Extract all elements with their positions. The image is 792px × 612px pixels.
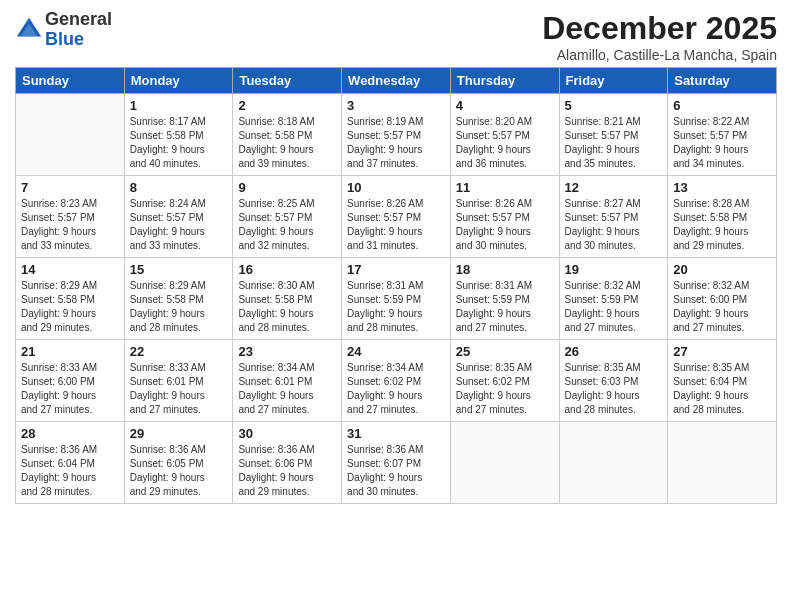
calendar-cell: 25Sunrise: 8:35 AM Sunset: 6:02 PM Dayli… — [450, 340, 559, 422]
day-info: Sunrise: 8:36 AM Sunset: 6:06 PM Dayligh… — [238, 443, 336, 499]
calendar-cell — [450, 422, 559, 504]
header-cell-monday: Monday — [124, 68, 233, 94]
header: General Blue December 2025 Alamillo, Cas… — [15, 10, 777, 63]
day-number: 16 — [238, 262, 336, 277]
day-info: Sunrise: 8:34 AM Sunset: 6:01 PM Dayligh… — [238, 361, 336, 417]
logo: General Blue — [15, 10, 112, 50]
logo-icon — [15, 16, 43, 44]
day-number: 22 — [130, 344, 228, 359]
calendar-cell: 19Sunrise: 8:32 AM Sunset: 5:59 PM Dayli… — [559, 258, 668, 340]
calendar-cell — [668, 422, 777, 504]
title-block: December 2025 Alamillo, Castille-La Manc… — [542, 10, 777, 63]
day-info: Sunrise: 8:32 AM Sunset: 6:00 PM Dayligh… — [673, 279, 771, 335]
day-number: 19 — [565, 262, 663, 277]
day-info: Sunrise: 8:25 AM Sunset: 5:57 PM Dayligh… — [238, 197, 336, 253]
calendar-cell: 21Sunrise: 8:33 AM Sunset: 6:00 PM Dayli… — [16, 340, 125, 422]
calendar-cell: 26Sunrise: 8:35 AM Sunset: 6:03 PM Dayli… — [559, 340, 668, 422]
day-number: 4 — [456, 98, 554, 113]
location-title: Alamillo, Castille-La Mancha, Spain — [542, 47, 777, 63]
day-number: 24 — [347, 344, 445, 359]
header-cell-saturday: Saturday — [668, 68, 777, 94]
day-number: 30 — [238, 426, 336, 441]
day-number: 31 — [347, 426, 445, 441]
calendar-table: SundayMondayTuesdayWednesdayThursdayFrid… — [15, 67, 777, 504]
calendar-cell: 5Sunrise: 8:21 AM Sunset: 5:57 PM Daylig… — [559, 94, 668, 176]
day-number: 28 — [21, 426, 119, 441]
month-title: December 2025 — [542, 10, 777, 47]
header-cell-thursday: Thursday — [450, 68, 559, 94]
day-number: 12 — [565, 180, 663, 195]
day-number: 18 — [456, 262, 554, 277]
day-number: 13 — [673, 180, 771, 195]
day-number: 3 — [347, 98, 445, 113]
calendar-cell: 9Sunrise: 8:25 AM Sunset: 5:57 PM Daylig… — [233, 176, 342, 258]
logo-blue: Blue — [45, 30, 112, 50]
week-row-4: 21Sunrise: 8:33 AM Sunset: 6:00 PM Dayli… — [16, 340, 777, 422]
day-number: 17 — [347, 262, 445, 277]
calendar-cell: 20Sunrise: 8:32 AM Sunset: 6:00 PM Dayli… — [668, 258, 777, 340]
day-number: 27 — [673, 344, 771, 359]
day-number: 2 — [238, 98, 336, 113]
day-info: Sunrise: 8:36 AM Sunset: 6:05 PM Dayligh… — [130, 443, 228, 499]
day-info: Sunrise: 8:29 AM Sunset: 5:58 PM Dayligh… — [130, 279, 228, 335]
header-cell-wednesday: Wednesday — [342, 68, 451, 94]
day-info: Sunrise: 8:36 AM Sunset: 6:07 PM Dayligh… — [347, 443, 445, 499]
calendar-cell: 31Sunrise: 8:36 AM Sunset: 6:07 PM Dayli… — [342, 422, 451, 504]
week-row-5: 28Sunrise: 8:36 AM Sunset: 6:04 PM Dayli… — [16, 422, 777, 504]
calendar-cell: 10Sunrise: 8:26 AM Sunset: 5:57 PM Dayli… — [342, 176, 451, 258]
calendar-cell: 27Sunrise: 8:35 AM Sunset: 6:04 PM Dayli… — [668, 340, 777, 422]
day-info: Sunrise: 8:33 AM Sunset: 6:01 PM Dayligh… — [130, 361, 228, 417]
day-number: 10 — [347, 180, 445, 195]
calendar-cell: 13Sunrise: 8:28 AM Sunset: 5:58 PM Dayli… — [668, 176, 777, 258]
day-info: Sunrise: 8:30 AM Sunset: 5:58 PM Dayligh… — [238, 279, 336, 335]
day-info: Sunrise: 8:35 AM Sunset: 6:02 PM Dayligh… — [456, 361, 554, 417]
day-info: Sunrise: 8:33 AM Sunset: 6:00 PM Dayligh… — [21, 361, 119, 417]
calendar-cell: 30Sunrise: 8:36 AM Sunset: 6:06 PM Dayli… — [233, 422, 342, 504]
calendar-cell: 28Sunrise: 8:36 AM Sunset: 6:04 PM Dayli… — [16, 422, 125, 504]
calendar-cell: 14Sunrise: 8:29 AM Sunset: 5:58 PM Dayli… — [16, 258, 125, 340]
day-number: 9 — [238, 180, 336, 195]
day-info: Sunrise: 8:36 AM Sunset: 6:04 PM Dayligh… — [21, 443, 119, 499]
day-info: Sunrise: 8:34 AM Sunset: 6:02 PM Dayligh… — [347, 361, 445, 417]
calendar-cell: 8Sunrise: 8:24 AM Sunset: 5:57 PM Daylig… — [124, 176, 233, 258]
day-number: 7 — [21, 180, 119, 195]
day-number: 11 — [456, 180, 554, 195]
day-info: Sunrise: 8:31 AM Sunset: 5:59 PM Dayligh… — [347, 279, 445, 335]
header-cell-sunday: Sunday — [16, 68, 125, 94]
calendar-cell: 6Sunrise: 8:22 AM Sunset: 5:57 PM Daylig… — [668, 94, 777, 176]
day-info: Sunrise: 8:27 AM Sunset: 5:57 PM Dayligh… — [565, 197, 663, 253]
day-number: 25 — [456, 344, 554, 359]
calendar-cell: 24Sunrise: 8:34 AM Sunset: 6:02 PM Dayli… — [342, 340, 451, 422]
calendar-cell: 15Sunrise: 8:29 AM Sunset: 5:58 PM Dayli… — [124, 258, 233, 340]
day-info: Sunrise: 8:19 AM Sunset: 5:57 PM Dayligh… — [347, 115, 445, 171]
calendar-cell: 7Sunrise: 8:23 AM Sunset: 5:57 PM Daylig… — [16, 176, 125, 258]
calendar-cell: 17Sunrise: 8:31 AM Sunset: 5:59 PM Dayli… — [342, 258, 451, 340]
page-container: General Blue December 2025 Alamillo, Cas… — [0, 0, 792, 612]
day-info: Sunrise: 8:21 AM Sunset: 5:57 PM Dayligh… — [565, 115, 663, 171]
calendar-cell: 22Sunrise: 8:33 AM Sunset: 6:01 PM Dayli… — [124, 340, 233, 422]
day-info: Sunrise: 8:17 AM Sunset: 5:58 PM Dayligh… — [130, 115, 228, 171]
logo-general: General — [45, 10, 112, 30]
day-number: 20 — [673, 262, 771, 277]
calendar-cell: 23Sunrise: 8:34 AM Sunset: 6:01 PM Dayli… — [233, 340, 342, 422]
day-number: 14 — [21, 262, 119, 277]
calendar-cell: 12Sunrise: 8:27 AM Sunset: 5:57 PM Dayli… — [559, 176, 668, 258]
day-info: Sunrise: 8:35 AM Sunset: 6:04 PM Dayligh… — [673, 361, 771, 417]
day-info: Sunrise: 8:24 AM Sunset: 5:57 PM Dayligh… — [130, 197, 228, 253]
day-info: Sunrise: 8:31 AM Sunset: 5:59 PM Dayligh… — [456, 279, 554, 335]
calendar-cell: 4Sunrise: 8:20 AM Sunset: 5:57 PM Daylig… — [450, 94, 559, 176]
day-number: 5 — [565, 98, 663, 113]
day-number: 26 — [565, 344, 663, 359]
header-cell-tuesday: Tuesday — [233, 68, 342, 94]
day-info: Sunrise: 8:26 AM Sunset: 5:57 PM Dayligh… — [456, 197, 554, 253]
week-row-2: 7Sunrise: 8:23 AM Sunset: 5:57 PM Daylig… — [16, 176, 777, 258]
week-row-3: 14Sunrise: 8:29 AM Sunset: 5:58 PM Dayli… — [16, 258, 777, 340]
day-info: Sunrise: 8:23 AM Sunset: 5:57 PM Dayligh… — [21, 197, 119, 253]
day-info: Sunrise: 8:20 AM Sunset: 5:57 PM Dayligh… — [456, 115, 554, 171]
header-row: SundayMondayTuesdayWednesdayThursdayFrid… — [16, 68, 777, 94]
day-info: Sunrise: 8:28 AM Sunset: 5:58 PM Dayligh… — [673, 197, 771, 253]
calendar-cell — [559, 422, 668, 504]
week-row-1: 1Sunrise: 8:17 AM Sunset: 5:58 PM Daylig… — [16, 94, 777, 176]
calendar-cell: 29Sunrise: 8:36 AM Sunset: 6:05 PM Dayli… — [124, 422, 233, 504]
day-info: Sunrise: 8:26 AM Sunset: 5:57 PM Dayligh… — [347, 197, 445, 253]
